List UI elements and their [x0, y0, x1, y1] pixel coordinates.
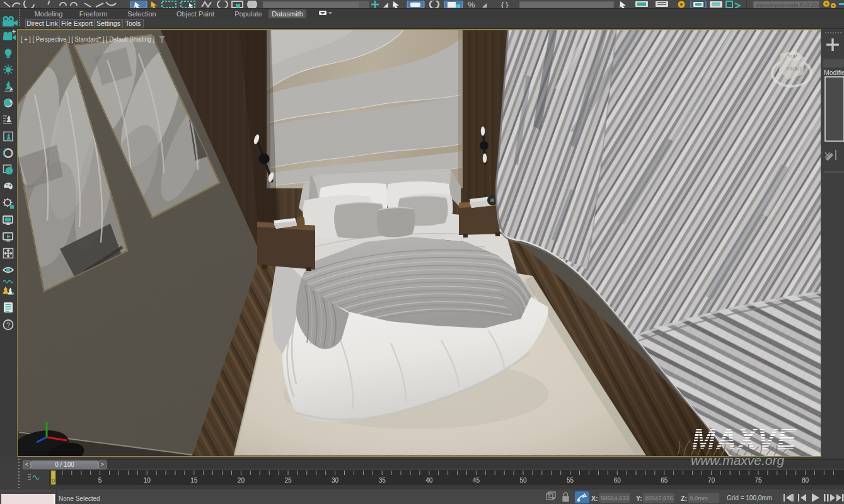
- svg-text:58564,633: 58564,633: [601, 495, 629, 501]
- svg-text:None Selected: None Selected: [59, 495, 100, 502]
- svg-text:80: 80: [802, 477, 809, 484]
- svg-text:0: 0: [52, 478, 55, 484]
- svg-text:55: 55: [567, 477, 574, 484]
- svg-text:Modifie: Modifie: [824, 69, 844, 76]
- svg-text:0,0mm: 0,0mm: [690, 495, 708, 501]
- svg-text:5: 5: [98, 477, 102, 484]
- svg-text:?: ?: [6, 321, 10, 329]
- svg-text:60: 60: [614, 477, 621, 484]
- svg-text:15: 15: [190, 477, 198, 484]
- svg-text:Grid = 100,0mm: Grid = 100,0mm: [727, 495, 772, 501]
- svg-text:10: 10: [144, 477, 151, 484]
- svg-text:65: 65: [661, 477, 668, 484]
- svg-text:70: 70: [708, 477, 715, 484]
- svg-text:20547,676: 20547,676: [645, 495, 673, 501]
- svg-text:TOP: TOP: [788, 54, 797, 59]
- svg-text:Z:: Z:: [681, 495, 687, 502]
- svg-text:25: 25: [284, 477, 292, 484]
- svg-text:35: 35: [379, 477, 386, 484]
- svg-text:Y:: Y:: [636, 495, 642, 502]
- svg-text:40: 40: [425, 477, 433, 484]
- svg-text:20: 20: [238, 477, 245, 484]
- svg-text:75: 75: [754, 477, 762, 484]
- svg-text:FRONT: FRONT: [787, 67, 802, 71]
- svg-text:[ + ] [ Perspective ] [ Standa: [ + ] [ Perspective ] [ Standard* ] [ De…: [21, 35, 154, 43]
- svg-text:30: 30: [332, 477, 339, 484]
- svg-text:50: 50: [519, 477, 527, 484]
- svg-text:45: 45: [473, 477, 480, 484]
- svg-text:X:: X:: [591, 495, 598, 502]
- svg-text:s\pods\podmode Full 2022: s\pods\podmode Full 2022: [756, 2, 823, 8]
